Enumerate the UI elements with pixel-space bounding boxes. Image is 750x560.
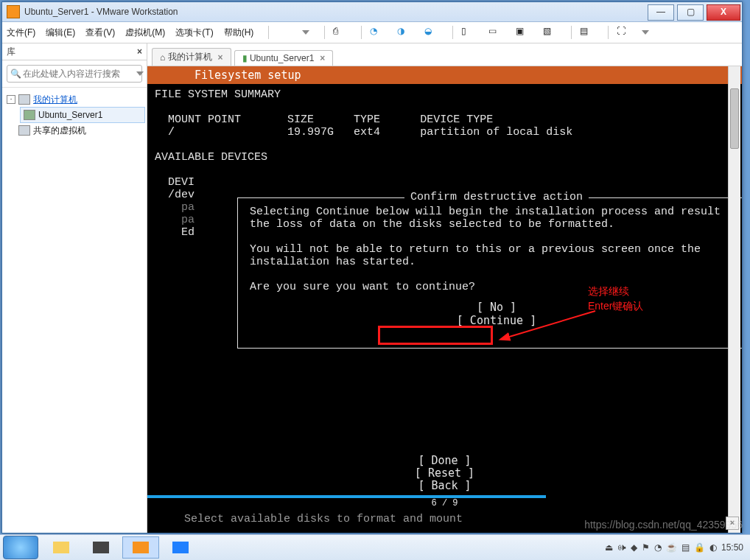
computer-icon (18, 94, 30, 105)
menu-file[interactable]: 文件(F) (7, 27, 35, 39)
tab-close-icon[interactable]: × (320, 53, 325, 63)
tree-vm-label: Ubuntu_Server1 (38, 110, 102, 120)
minimize-button[interactable]: — (648, 4, 674, 21)
tree-root-label[interactable]: 我的计算机 (33, 94, 77, 106)
taskbar-app[interactable] (162, 536, 199, 559)
sidebar: 库 × 🔍 - 我的计算机 Ubunt (2, 43, 147, 533)
view-mode1-icon[interactable]: ▯ (461, 26, 474, 39)
dropdown-icon[interactable] (302, 30, 309, 35)
menubar: 文件(F) 编辑(E) 查看(V) 虚拟机(M) 选项卡(T) 帮助(H) ⎙ … (2, 22, 742, 43)
dialog-line3: Are you sure you want to continue? (250, 281, 475, 293)
done-button[interactable]: [ Done ] (147, 455, 742, 467)
scrollbar-thumb[interactable] (730, 88, 739, 149)
taskbar-vmware[interactable] (122, 536, 159, 559)
search-box[interactable]: 🔍 (7, 65, 142, 83)
tray-icon[interactable]: ⚑ (642, 542, 650, 553)
taskbar-cmd[interactable] (83, 536, 119, 559)
scrollbar[interactable] (728, 66, 740, 533)
separator (324, 26, 325, 39)
sidebar-title: 库 (7, 46, 15, 58)
snapshot-icon[interactable]: ◔ (370, 26, 383, 39)
tree-shared-label: 共享的虚拟机 (33, 125, 86, 137)
menu-tabs[interactable]: 选项卡(T) (175, 27, 213, 39)
back-button[interactable]: [ Back ] (147, 480, 742, 492)
system-tray[interactable]: ⏏ 🕪 ◆ ⚑ ◔ ☕ ▤ 🔒 ◐ 15:50 (603, 542, 750, 553)
main-area: ⌂ 我的计算机 × ▮ Ubuntu_Server1 × Filesystem … (147, 43, 742, 533)
close-button[interactable]: X (707, 4, 740, 21)
svg-line-0 (507, 311, 595, 337)
tray-icon[interactable]: ◔ (654, 542, 662, 553)
revert-icon[interactable]: ◑ (397, 26, 410, 39)
sidebar-close-icon[interactable]: × (137, 46, 142, 57)
menu-edit[interactable]: 编辑(E) (46, 27, 75, 39)
menu-view[interactable]: 查看(V) (85, 27, 115, 39)
titlebar[interactable]: Ubuntu_Server1 - VMware Workstation — ▢ … (2, 2, 742, 22)
watermark: https://blog.csdn.net/qq_42359956 (584, 519, 743, 531)
tree-shared[interactable]: 共享的虚拟机 (4, 123, 145, 138)
tab-home[interactable]: ⌂ 我的计算机 × (152, 48, 231, 66)
tray-icon[interactable]: 🕪 (617, 542, 626, 553)
maximize-button[interactable]: ▢ (677, 4, 704, 21)
vm-icon (24, 110, 35, 120)
tree-root[interactable]: - 我的计算机 (4, 92, 145, 107)
console-icon[interactable]: ▤ (580, 26, 593, 39)
menu-help[interactable]: 帮助(H) (224, 27, 254, 39)
tray-icon[interactable]: ◆ (631, 542, 637, 553)
view-mode3-icon[interactable]: ▣ (516, 26, 529, 39)
separator (361, 26, 362, 39)
taskbar-explorer[interactable] (43, 536, 80, 559)
start-button[interactable] (3, 536, 38, 559)
dropdown-icon[interactable] (642, 30, 649, 35)
separator (571, 26, 572, 39)
separator (608, 26, 609, 39)
manage-icon[interactable]: ◒ (424, 26, 438, 39)
confirm-dialog: Confirm destructive action Selecting Con… (237, 197, 742, 349)
separator (268, 26, 269, 39)
vm-console[interactable]: Filesystem setup FILE SYSTEM SUMMARY MOU… (147, 66, 742, 533)
tab-vm[interactable]: ▮ Ubuntu_Server1 × (234, 50, 334, 66)
annotation-arrow (500, 311, 603, 340)
library-tree: - 我的计算机 Ubuntu_Server1 共享的虚拟机 (2, 88, 147, 142)
dialog-line1: Selecting Continue below will begin the … (250, 206, 742, 231)
vm-icon: ▮ (242, 53, 248, 63)
taskbar[interactable]: ⏏ 🕪 ◆ ⚑ ◔ ☕ ▤ 🔒 ◐ 15:50 (0, 534, 750, 560)
send-icon[interactable]: ⎙ (333, 26, 346, 39)
tray-icon[interactable]: ◐ (709, 542, 717, 553)
tab-home-label: 我的计算机 (168, 51, 212, 63)
search-icon: 🔍 (10, 69, 21, 79)
menu-vm[interactable]: 虚拟机(M) (125, 27, 165, 39)
dropdown-icon[interactable] (136, 71, 144, 76)
window-title: Ubuntu_Server1 - VMware Workstation (24, 7, 178, 17)
home-icon: ⌂ (160, 52, 165, 63)
tab-strip: ⌂ 我的计算机 × ▮ Ubuntu_Server1 × (147, 46, 742, 66)
installer-header: Filesystem setup (147, 66, 742, 84)
collapse-icon[interactable]: - (7, 95, 15, 104)
search-input[interactable] (21, 68, 135, 80)
separator (452, 26, 453, 39)
app-window: Ubuntu_Server1 - VMware Workstation — ▢ … (1, 1, 743, 533)
tray-time[interactable]: 15:50 (721, 542, 743, 553)
dialog-title: Confirm destructive action (404, 191, 589, 203)
tray-icon[interactable]: ⏏ (605, 542, 613, 553)
tray-icon[interactable]: ☕ (666, 542, 677, 553)
app-icon (7, 5, 20, 18)
fullscreen-icon[interactable]: ⛶ (617, 26, 630, 39)
tray-icon[interactable]: ▤ (681, 542, 690, 553)
toolbar: ⎙ ◔ ◑ ◒ ▯ ▭ ▣ ▧ ▤ ⛶ (273, 26, 659, 39)
view-mode2-icon[interactable]: ▭ (488, 26, 502, 39)
view-mode4-icon[interactable]: ▧ (543, 26, 556, 39)
progress-text: 6 / 9 (147, 498, 742, 508)
tab-close-icon[interactable]: × (218, 52, 223, 63)
tray-icon[interactable]: 🔒 (694, 542, 705, 553)
shared-icon (18, 125, 30, 136)
tab-vm-label: Ubuntu_Server1 (250, 53, 314, 63)
reset-button[interactable]: [ Reset ] (147, 467, 742, 480)
pause-icon[interactable] (277, 26, 290, 39)
annotation-text: 选择继续 Enter键确认 (588, 284, 643, 313)
dialog-line2: You will not be able to return to this o… (250, 243, 707, 268)
tree-item-vm[interactable]: Ubuntu_Server1 (20, 107, 145, 123)
